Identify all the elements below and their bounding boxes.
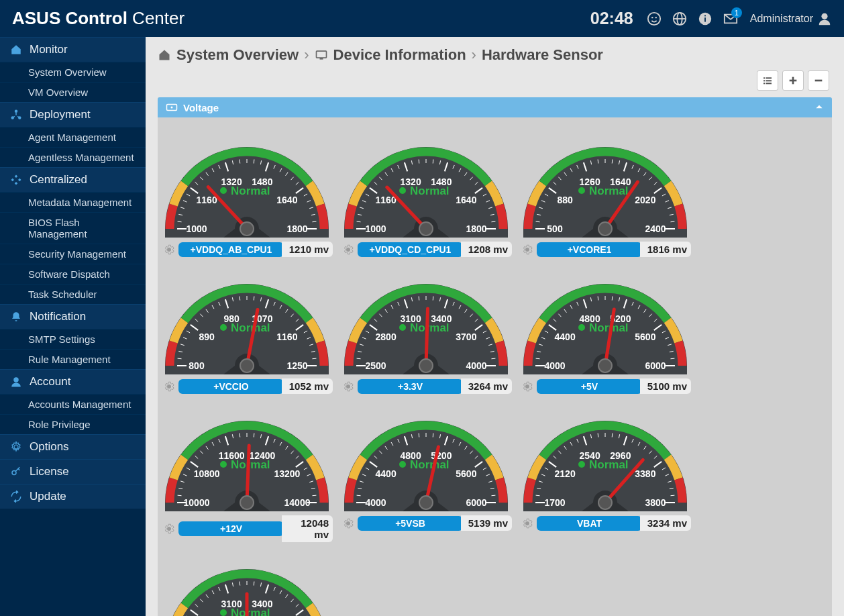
gauge-name: +VDDQ_CD_CPU1 xyxy=(358,242,463,257)
svg-text:1640: 1640 xyxy=(276,195,297,205)
svg-text:5600: 5600 xyxy=(635,331,655,342)
sidebar-item-agent-management[interactable]: Agent Management xyxy=(0,127,146,147)
svg-line-29 xyxy=(178,221,182,222)
svg-line-42 xyxy=(240,160,240,164)
svg-text:10800: 10800 xyxy=(194,468,220,479)
svg-text:4000: 4000 xyxy=(365,497,386,508)
gear-icon[interactable] xyxy=(342,380,354,393)
sidebar-item-smtp-settings[interactable]: SMTP Settings xyxy=(0,329,146,349)
sidebar-item-system-overview[interactable]: System Overview xyxy=(0,62,146,82)
sidebar-section-centralized[interactable]: Centralized xyxy=(0,167,146,192)
svg-rect-15 xyxy=(316,51,326,58)
sidebar-item-accounts-management[interactable]: Accounts Management xyxy=(0,394,146,414)
gear-icon[interactable] xyxy=(163,523,175,535)
expand-button[interactable] xyxy=(782,70,804,91)
svg-point-188 xyxy=(220,324,227,331)
gear-icon[interactable] xyxy=(521,244,533,256)
gear-icon[interactable] xyxy=(163,380,175,393)
svg-text:Normal: Normal xyxy=(589,458,629,471)
sidebar-item-metadata-management[interactable]: Metadata Management xyxy=(0,192,146,212)
sidebar-item-role-privilege[interactable]: Role Privilege xyxy=(0,414,146,434)
gauge-footer: +3.3V3264 mv xyxy=(341,376,512,394)
gauge-name: +12V xyxy=(178,521,284,536)
gauge-footer: +12V12048 mv xyxy=(162,513,333,542)
app-title-thin: Center xyxy=(127,8,184,28)
panel-header[interactable]: Voltage xyxy=(158,97,832,117)
sidebar-section-license[interactable]: License xyxy=(0,459,146,484)
smile-icon[interactable] xyxy=(644,9,664,29)
info-icon[interactable] xyxy=(695,9,715,29)
gauge-extra: 250028003100340037004000Normal xyxy=(162,550,333,616)
panel-collapse-icon[interactable] xyxy=(814,102,824,113)
svg-point-191 xyxy=(240,359,254,372)
svg-line-385 xyxy=(670,495,674,496)
breadcrumb-device-information[interactable]: Device Information xyxy=(333,46,466,64)
svg-line-126 xyxy=(612,160,613,164)
gauge-+VCORE1: 5008801260164020202400Normal+VCORE11816 … xyxy=(520,128,691,257)
svg-line-167 xyxy=(254,297,254,301)
sidebar-item-bios-flash-management[interactable]: BIOS Flash Management xyxy=(0,212,146,244)
sidebar-section-update[interactable]: Update xyxy=(0,484,146,509)
gauge-footer: VBAT3234 mv xyxy=(520,513,691,531)
sidebar-item-vm-overview[interactable]: VM Overview xyxy=(0,82,146,102)
gear-icon[interactable] xyxy=(521,380,533,393)
svg-text:1700: 1700 xyxy=(544,497,565,508)
svg-line-193 xyxy=(357,358,361,359)
globe-icon[interactable] xyxy=(670,9,690,29)
svg-line-247 xyxy=(598,297,598,301)
gauge-footer: +VDDQ_CD_CPU11208 mv xyxy=(341,239,512,257)
svg-point-273 xyxy=(598,359,612,372)
svg-text:Normal: Normal xyxy=(231,185,270,197)
gauge-dial: 100011601320148016401800Normal xyxy=(341,128,512,239)
user-menu[interactable]: Administrator xyxy=(750,11,832,26)
sidebar-section-deployment[interactable]: Deployment xyxy=(0,102,146,127)
list-view-button[interactable] xyxy=(757,70,778,91)
svg-line-262 xyxy=(670,358,674,359)
mail-icon[interactable]: 1 xyxy=(721,9,741,29)
gauge-value: 12048 mv xyxy=(282,515,333,542)
svg-text:3800: 3800 xyxy=(645,497,666,508)
svg-text:1800: 1800 xyxy=(286,223,307,234)
sidebar-section-account[interactable]: Account xyxy=(0,369,146,394)
svg-rect-17 xyxy=(763,77,765,79)
svg-point-9 xyxy=(821,13,827,19)
bell-icon xyxy=(9,311,23,323)
breadcrumb-system-overview[interactable]: System Overview xyxy=(176,46,299,64)
gear-icon[interactable] xyxy=(163,244,175,256)
sidebar-section-monitor[interactable]: Monitor xyxy=(0,37,146,62)
sidebar-item-security-management[interactable]: Security Management xyxy=(0,244,146,264)
gear-icon[interactable] xyxy=(521,517,533,529)
svg-line-44 xyxy=(254,160,254,164)
sidebar-item-agentless-management[interactable]: Agentless Management xyxy=(0,147,146,167)
svg-line-98 xyxy=(491,221,495,222)
svg-line-206 xyxy=(419,297,419,301)
sidebar-section-options[interactable]: Options xyxy=(0,434,146,459)
svg-line-249 xyxy=(612,297,613,301)
collapse-button[interactable] xyxy=(808,70,829,91)
svg-text:2120: 2120 xyxy=(555,468,576,479)
svg-text:1800: 1800 xyxy=(466,223,486,234)
svg-line-139 xyxy=(670,221,674,222)
svg-text:2400: 2400 xyxy=(645,223,666,234)
sidebar-item-task-scheduler[interactable]: Task Scheduler xyxy=(0,284,146,304)
gauge-dial: 100001080011600124001320014000Normal xyxy=(162,402,333,513)
gauge-name: +5VSB xyxy=(358,516,463,531)
gear-icon[interactable] xyxy=(342,517,354,529)
sidebar-item-software-dispatch[interactable]: Software Dispatch xyxy=(0,264,146,284)
gear-icon[interactable] xyxy=(342,244,354,256)
section-label: Centralized xyxy=(30,173,87,187)
svg-rect-25 xyxy=(815,80,823,82)
svg-text:5600: 5600 xyxy=(456,468,476,479)
gauge-+5V: 400044004800520056006000Normal+5V5100 mv xyxy=(520,265,691,394)
svg-line-221 xyxy=(491,358,495,359)
svg-text:14000: 14000 xyxy=(284,497,311,508)
sidebar-section-notification[interactable]: Notification xyxy=(0,304,146,329)
svg-line-370 xyxy=(598,433,598,438)
panel-title: Voltage xyxy=(183,102,219,113)
svg-text:6000: 6000 xyxy=(645,360,666,371)
sidebar-item-rule-management[interactable]: Rule Management xyxy=(0,349,146,369)
svg-point-270 xyxy=(578,324,585,331)
gauge-footer: +5VSB5139 mv xyxy=(341,513,512,531)
svg-point-1 xyxy=(651,16,653,17)
svg-line-231 xyxy=(426,309,427,366)
